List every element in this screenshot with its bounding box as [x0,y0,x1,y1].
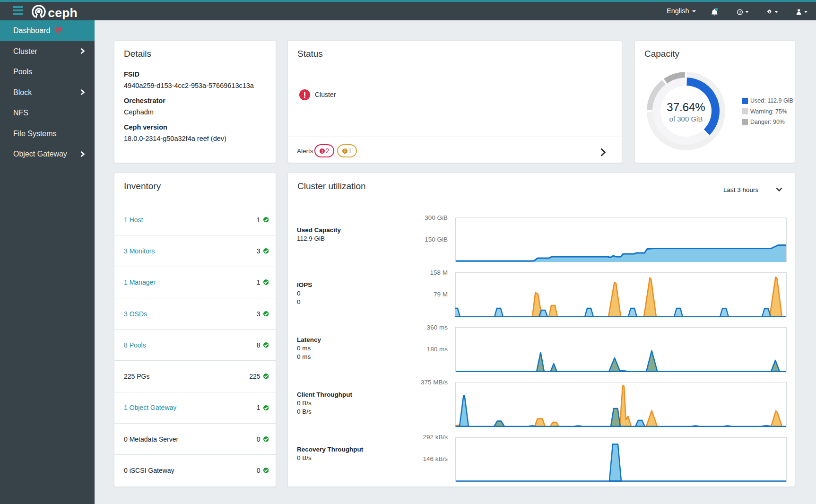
svg-text:?: ? [738,10,741,15]
svg-text:ceph: ceph [48,6,78,20]
